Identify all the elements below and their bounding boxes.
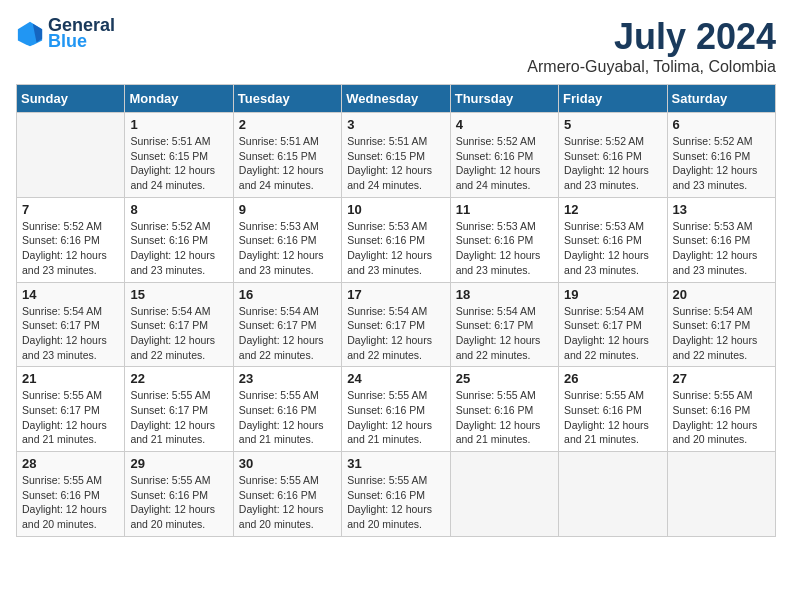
day-number: 6 — [673, 117, 770, 132]
day-number: 30 — [239, 456, 336, 471]
cell-info: Sunrise: 5:52 AM Sunset: 6:16 PM Dayligh… — [22, 219, 119, 278]
calendar-cell: 11Sunrise: 5:53 AM Sunset: 6:16 PM Dayli… — [450, 197, 558, 282]
day-number: 9 — [239, 202, 336, 217]
calendar-cell: 4Sunrise: 5:52 AM Sunset: 6:16 PM Daylig… — [450, 113, 558, 198]
day-number: 15 — [130, 287, 227, 302]
calendar-cell: 28Sunrise: 5:55 AM Sunset: 6:16 PM Dayli… — [17, 452, 125, 537]
calendar-cell: 24Sunrise: 5:55 AM Sunset: 6:16 PM Dayli… — [342, 367, 450, 452]
calendar-cell: 14Sunrise: 5:54 AM Sunset: 6:17 PM Dayli… — [17, 282, 125, 367]
calendar-cell: 13Sunrise: 5:53 AM Sunset: 6:16 PM Dayli… — [667, 197, 775, 282]
page-header: General Blue July 2024 Armero-Guyabal, T… — [16, 16, 776, 76]
cell-info: Sunrise: 5:55 AM Sunset: 6:17 PM Dayligh… — [22, 388, 119, 447]
day-number: 26 — [564, 371, 661, 386]
cell-info: Sunrise: 5:54 AM Sunset: 6:17 PM Dayligh… — [130, 304, 227, 363]
calendar-cell: 25Sunrise: 5:55 AM Sunset: 6:16 PM Dayli… — [450, 367, 558, 452]
cell-info: Sunrise: 5:54 AM Sunset: 6:17 PM Dayligh… — [22, 304, 119, 363]
calendar-cell: 8Sunrise: 5:52 AM Sunset: 6:16 PM Daylig… — [125, 197, 233, 282]
cell-info: Sunrise: 5:53 AM Sunset: 6:16 PM Dayligh… — [564, 219, 661, 278]
cell-info: Sunrise: 5:52 AM Sunset: 6:16 PM Dayligh… — [673, 134, 770, 193]
calendar-week-row: 21Sunrise: 5:55 AM Sunset: 6:17 PM Dayli… — [17, 367, 776, 452]
weekday-header: Tuesday — [233, 85, 341, 113]
subtitle: Armero-Guyabal, Tolima, Colombia — [527, 58, 776, 76]
calendar-cell: 21Sunrise: 5:55 AM Sunset: 6:17 PM Dayli… — [17, 367, 125, 452]
calendar-cell — [559, 452, 667, 537]
calendar-cell: 12Sunrise: 5:53 AM Sunset: 6:16 PM Dayli… — [559, 197, 667, 282]
day-number: 1 — [130, 117, 227, 132]
calendar-week-row: 1Sunrise: 5:51 AM Sunset: 6:15 PM Daylig… — [17, 113, 776, 198]
calendar-cell: 16Sunrise: 5:54 AM Sunset: 6:17 PM Dayli… — [233, 282, 341, 367]
cell-info: Sunrise: 5:54 AM Sunset: 6:17 PM Dayligh… — [673, 304, 770, 363]
calendar-cell: 23Sunrise: 5:55 AM Sunset: 6:16 PM Dayli… — [233, 367, 341, 452]
calendar-cell: 22Sunrise: 5:55 AM Sunset: 6:17 PM Dayli… — [125, 367, 233, 452]
day-number: 22 — [130, 371, 227, 386]
weekday-header: Wednesday — [342, 85, 450, 113]
cell-info: Sunrise: 5:55 AM Sunset: 6:16 PM Dayligh… — [456, 388, 553, 447]
day-number: 19 — [564, 287, 661, 302]
day-number: 28 — [22, 456, 119, 471]
calendar-week-row: 7Sunrise: 5:52 AM Sunset: 6:16 PM Daylig… — [17, 197, 776, 282]
day-number: 24 — [347, 371, 444, 386]
cell-info: Sunrise: 5:55 AM Sunset: 6:16 PM Dayligh… — [347, 473, 444, 532]
cell-info: Sunrise: 5:54 AM Sunset: 6:17 PM Dayligh… — [239, 304, 336, 363]
cell-info: Sunrise: 5:54 AM Sunset: 6:17 PM Dayligh… — [456, 304, 553, 363]
day-number: 23 — [239, 371, 336, 386]
day-number: 13 — [673, 202, 770, 217]
calendar-cell: 27Sunrise: 5:55 AM Sunset: 6:16 PM Dayli… — [667, 367, 775, 452]
calendar-cell: 9Sunrise: 5:53 AM Sunset: 6:16 PM Daylig… — [233, 197, 341, 282]
calendar-cell: 6Sunrise: 5:52 AM Sunset: 6:16 PM Daylig… — [667, 113, 775, 198]
cell-info: Sunrise: 5:52 AM Sunset: 6:16 PM Dayligh… — [456, 134, 553, 193]
cell-info: Sunrise: 5:54 AM Sunset: 6:17 PM Dayligh… — [347, 304, 444, 363]
weekday-header: Sunday — [17, 85, 125, 113]
calendar-cell: 31Sunrise: 5:55 AM Sunset: 6:16 PM Dayli… — [342, 452, 450, 537]
cell-info: Sunrise: 5:55 AM Sunset: 6:16 PM Dayligh… — [130, 473, 227, 532]
calendar-cell: 1Sunrise: 5:51 AM Sunset: 6:15 PM Daylig… — [125, 113, 233, 198]
calendar-cell: 29Sunrise: 5:55 AM Sunset: 6:16 PM Dayli… — [125, 452, 233, 537]
day-number: 4 — [456, 117, 553, 132]
cell-info: Sunrise: 5:51 AM Sunset: 6:15 PM Dayligh… — [347, 134, 444, 193]
day-number: 7 — [22, 202, 119, 217]
day-number: 21 — [22, 371, 119, 386]
cell-info: Sunrise: 5:53 AM Sunset: 6:16 PM Dayligh… — [456, 219, 553, 278]
cell-info: Sunrise: 5:51 AM Sunset: 6:15 PM Dayligh… — [239, 134, 336, 193]
day-number: 27 — [673, 371, 770, 386]
title-area: July 2024 Armero-Guyabal, Tolima, Colomb… — [527, 16, 776, 76]
cell-info: Sunrise: 5:51 AM Sunset: 6:15 PM Dayligh… — [130, 134, 227, 193]
calendar-week-row: 28Sunrise: 5:55 AM Sunset: 6:16 PM Dayli… — [17, 452, 776, 537]
day-number: 11 — [456, 202, 553, 217]
logo: General Blue — [16, 16, 115, 52]
calendar-cell — [450, 452, 558, 537]
calendar-cell: 5Sunrise: 5:52 AM Sunset: 6:16 PM Daylig… — [559, 113, 667, 198]
cell-info: Sunrise: 5:55 AM Sunset: 6:16 PM Dayligh… — [564, 388, 661, 447]
weekday-header-row: SundayMondayTuesdayWednesdayThursdayFrid… — [17, 85, 776, 113]
weekday-header: Monday — [125, 85, 233, 113]
day-number: 20 — [673, 287, 770, 302]
calendar-cell: 26Sunrise: 5:55 AM Sunset: 6:16 PM Dayli… — [559, 367, 667, 452]
calendar-cell: 18Sunrise: 5:54 AM Sunset: 6:17 PM Dayli… — [450, 282, 558, 367]
calendar-table: SundayMondayTuesdayWednesdayThursdayFrid… — [16, 84, 776, 537]
calendar-cell: 20Sunrise: 5:54 AM Sunset: 6:17 PM Dayli… — [667, 282, 775, 367]
cell-info: Sunrise: 5:53 AM Sunset: 6:16 PM Dayligh… — [239, 219, 336, 278]
weekday-header: Thursday — [450, 85, 558, 113]
cell-info: Sunrise: 5:55 AM Sunset: 6:16 PM Dayligh… — [239, 473, 336, 532]
calendar-cell: 7Sunrise: 5:52 AM Sunset: 6:16 PM Daylig… — [17, 197, 125, 282]
weekday-header: Saturday — [667, 85, 775, 113]
calendar-cell: 17Sunrise: 5:54 AM Sunset: 6:17 PM Dayli… — [342, 282, 450, 367]
day-number: 8 — [130, 202, 227, 217]
cell-info: Sunrise: 5:52 AM Sunset: 6:16 PM Dayligh… — [130, 219, 227, 278]
day-number: 2 — [239, 117, 336, 132]
day-number: 31 — [347, 456, 444, 471]
day-number: 17 — [347, 287, 444, 302]
calendar-cell: 15Sunrise: 5:54 AM Sunset: 6:17 PM Dayli… — [125, 282, 233, 367]
calendar-cell: 30Sunrise: 5:55 AM Sunset: 6:16 PM Dayli… — [233, 452, 341, 537]
calendar-cell: 2Sunrise: 5:51 AM Sunset: 6:15 PM Daylig… — [233, 113, 341, 198]
logo-icon — [16, 20, 44, 48]
main-title: July 2024 — [527, 16, 776, 58]
calendar-cell: 19Sunrise: 5:54 AM Sunset: 6:17 PM Dayli… — [559, 282, 667, 367]
logo-text: General Blue — [48, 16, 115, 52]
cell-info: Sunrise: 5:55 AM Sunset: 6:17 PM Dayligh… — [130, 388, 227, 447]
day-number: 25 — [456, 371, 553, 386]
day-number: 10 — [347, 202, 444, 217]
calendar-cell — [17, 113, 125, 198]
day-number: 18 — [456, 287, 553, 302]
cell-info: Sunrise: 5:52 AM Sunset: 6:16 PM Dayligh… — [564, 134, 661, 193]
